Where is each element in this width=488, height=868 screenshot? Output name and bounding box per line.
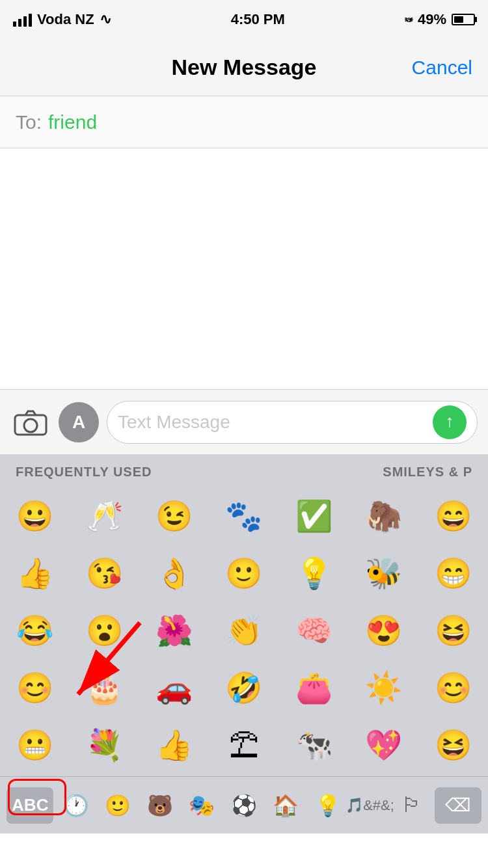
battery-icon — [452, 14, 475, 25]
recipient-name: friend — [48, 111, 97, 133]
carrier-name: Voda NZ — [37, 11, 94, 28]
emoji-bottom-bar: ABC 🕐 🙂 🐻 🎭 ⚽ 🏠 💡 🎵&#&; 🏳 ⌫ — [0, 776, 488, 834]
to-field[interactable]: To: friend — [0, 96, 488, 148]
list-item[interactable]: 🚗 — [139, 659, 209, 716]
list-item[interactable]: 🐾 — [209, 487, 278, 545]
smileys-label: SMILEYS & P — [383, 465, 472, 480]
delete-button[interactable]: ⌫ — [435, 787, 481, 824]
list-item[interactable]: 😘 — [70, 545, 139, 602]
appstore-button[interactable]: A — [59, 402, 99, 442]
battery-container — [452, 14, 475, 25]
appstore-icon: A — [72, 412, 85, 433]
list-item[interactable]: 😂 — [0, 602, 70, 659]
smileys-tab-icon[interactable]: 🙂 — [98, 787, 137, 824]
wifi-icon: ∿ — [100, 11, 111, 28]
list-item[interactable]: 🤣 — [209, 659, 278, 716]
list-item[interactable]: 💖 — [349, 716, 418, 774]
camera-button[interactable] — [10, 402, 51, 442]
emoji-keyboard: FREQUENTLY USED SMILEYS & P 😀 🥂 😉 🐾 ✅ 🦣 … — [0, 454, 488, 834]
list-item[interactable]: 💡 — [279, 545, 349, 602]
cancel-button[interactable]: Cancel — [412, 57, 472, 79]
list-item[interactable]: 🎂 — [70, 659, 139, 716]
frequently-used-label: FREQUENTLY USED — [16, 465, 152, 480]
to-label: To: — [16, 111, 42, 133]
animals-tab-icon[interactable]: 🐻 — [141, 787, 180, 824]
send-arrow-icon: ↑ — [446, 411, 454, 431]
list-item[interactable]: 😬 — [0, 716, 70, 774]
input-bar: A Text Message ↑ — [0, 389, 488, 454]
list-item[interactable]: 😆 — [418, 716, 488, 774]
signal-bar-1 — [13, 21, 16, 27]
activities-tab-icon[interactable]: 🎭 — [182, 787, 221, 824]
places-tab-icon[interactable]: 🏠 — [266, 787, 305, 824]
status-right: ⎃ 49% — [405, 11, 475, 28]
list-item[interactable]: 🌺 — [139, 602, 209, 659]
flags-tab-icon[interactable]: 🏳 — [392, 787, 431, 824]
list-item[interactable]: 👏 — [209, 602, 278, 659]
list-item[interactable]: 🙂 — [209, 545, 278, 602]
list-item[interactable]: 🥂 — [70, 487, 139, 545]
list-item[interactable]: 🦣 — [349, 487, 418, 545]
signal-bars — [13, 12, 32, 27]
list-item[interactable]: 🐝 — [349, 545, 418, 602]
list-item[interactable]: 😮 — [70, 602, 139, 659]
sports-tab-icon[interactable]: ⚽ — [224, 787, 264, 824]
list-item[interactable]: 👍 — [139, 716, 209, 774]
list-item[interactable]: 😆 — [418, 602, 488, 659]
page-title: New Message — [172, 55, 317, 80]
emoji-grid: 😀 🥂 😉 🐾 ✅ 🦣 😄 👍 😘 👌 🙂 💡 🐝 😁 😂 😮 🌺 👏 🧠 😍 … — [0, 485, 488, 776]
list-item[interactable]: 🧠 — [279, 602, 349, 659]
battery-percent: 49% — [418, 11, 446, 28]
list-item[interactable]: ⛱ — [209, 716, 278, 774]
list-item[interactable]: 🐄 — [279, 716, 349, 774]
signal-bar-3 — [23, 16, 27, 27]
message-body[interactable] — [0, 148, 488, 389]
list-item[interactable]: 😉 — [139, 487, 209, 545]
text-input-wrapper[interactable]: Text Message ↑ — [107, 401, 478, 444]
emoji-header: FREQUENTLY USED SMILEYS & P — [0, 454, 488, 485]
list-item[interactable]: 😍 — [349, 602, 418, 659]
recents-icon[interactable]: 🕐 — [57, 787, 96, 824]
list-item[interactable]: ✅ — [279, 487, 349, 545]
list-item[interactable]: ☀️ — [349, 659, 418, 716]
list-item[interactable]: 💐 — [70, 716, 139, 774]
objects-tab-icon[interactable]: 💡 — [308, 787, 347, 824]
abc-keyboard-button[interactable]: ABC — [7, 787, 53, 824]
signal-bar-2 — [18, 19, 21, 27]
list-item[interactable]: 😄 — [418, 487, 488, 545]
battery-fill — [454, 16, 463, 23]
list-item[interactable]: 😊 — [418, 659, 488, 716]
symbols-tab-icon[interactable]: 🎵&#&; — [351, 787, 390, 824]
list-item[interactable]: 😁 — [418, 545, 488, 602]
svg-point-1 — [24, 419, 37, 432]
list-item[interactable]: 👌 — [139, 545, 209, 602]
camera-icon — [14, 409, 47, 436]
abc-label: ABC — [12, 795, 48, 815]
nav-bar: New Message Cancel — [0, 39, 488, 96]
carrier-wifi: Voda NZ ∿ — [37, 11, 111, 28]
signal-bar-4 — [29, 14, 32, 27]
status-bar: Voda NZ ∿ 4:50 PM ⎃ 49% — [0, 0, 488, 39]
message-input[interactable]: Text Message — [118, 412, 433, 433]
list-item[interactable]: 😊 — [0, 659, 70, 716]
list-item[interactable]: 😀 — [0, 487, 70, 545]
status-left: Voda NZ ∿ — [13, 11, 111, 28]
status-time: 4:50 PM — [231, 11, 285, 28]
list-item[interactable]: 👍 — [0, 545, 70, 602]
bluetooth-icon: ⎃ — [405, 12, 413, 27]
list-item[interactable]: 👛 — [279, 659, 349, 716]
send-button[interactable]: ↑ — [433, 405, 467, 439]
